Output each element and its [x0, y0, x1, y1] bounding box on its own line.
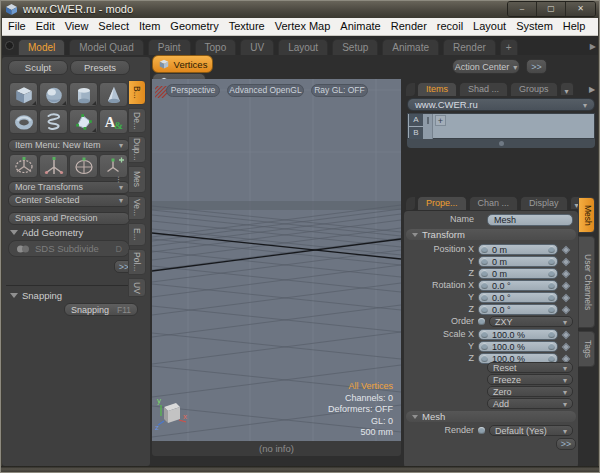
- channel-knob[interactable]: [478, 318, 485, 325]
- tool-cone-button[interactable]: [99, 82, 128, 107]
- keyframe-diamond-icon[interactable]: [562, 293, 570, 301]
- keyframe-diamond-icon[interactable]: [562, 257, 570, 265]
- sculpt-button[interactable]: Sculpt: [8, 60, 68, 75]
- mini-slider-knob[interactable]: [548, 246, 555, 253]
- item-menu-dropdown[interactable]: Item Menu: New Item: [8, 139, 130, 152]
- sds-subdivide-button[interactable]: SDS Subdivide D: [8, 240, 130, 257]
- tool-sphere-button[interactable]: [39, 82, 68, 107]
- mini-slider-knob[interactable]: [548, 343, 555, 350]
- menu-layout[interactable]: Layout: [468, 18, 511, 35]
- list-tab-shad[interactable]: Shad ...: [459, 82, 508, 96]
- mini-slider-knob[interactable]: [481, 355, 488, 362]
- menu-file[interactable]: File: [3, 18, 31, 35]
- layout-tab-blank[interactable]: +: [500, 39, 518, 55]
- menu-select[interactable]: Select: [93, 18, 134, 35]
- render-dropdown[interactable]: Default (Yes): [489, 425, 573, 436]
- menu-animate[interactable]: Animate: [335, 18, 385, 35]
- tool-torus-button[interactable]: [9, 109, 38, 134]
- keyframe-diamond-icon[interactable]: [562, 245, 570, 253]
- channel-knob[interactable]: [478, 427, 485, 434]
- mode-bar-expand-button[interactable]: >>: [526, 59, 547, 74]
- list-tab-groups[interactable]: Groups: [510, 82, 558, 96]
- add-button[interactable]: Add: [487, 398, 573, 409]
- freeze-button[interactable]: Freeze: [487, 374, 573, 385]
- prop-field-y[interactable]: 0 m: [478, 256, 558, 267]
- toolbox-vtab-pol[interactable]: Pol...: [128, 249, 146, 275]
- mini-slider-knob[interactable]: [481, 306, 488, 313]
- transform-section-header[interactable]: Transform: [406, 229, 576, 240]
- titlebar[interactable]: www.CWER.ru - modo –▢✕: [0, 0, 600, 18]
- maximize-button[interactable]: ▢: [537, 2, 566, 16]
- minimize-button[interactable]: –: [508, 2, 537, 16]
- scene-selector-dropdown[interactable]: www.CWER.ru: [407, 98, 595, 111]
- viewport-perspective-button[interactable]: Perspective: [166, 84, 220, 97]
- more-transforms-dropdown[interactable]: More Transforms: [8, 181, 130, 194]
- menu-vertex-map[interactable]: Vertex Map: [270, 18, 336, 35]
- prop-tab-prope[interactable]: Prope...: [417, 196, 467, 210]
- layout-tab-model[interactable]: Model: [18, 39, 65, 55]
- mode-tab-vertices[interactable]: Vertices: [152, 55, 213, 73]
- toolbox-vtab-dup[interactable]: Dup...: [128, 136, 146, 163]
- add-geometry-header[interactable]: Add Geometry: [10, 227, 83, 238]
- list-tab-items[interactable]: Items: [417, 82, 457, 96]
- menu-texture[interactable]: Texture: [224, 18, 270, 35]
- prop-field-scale-x[interactable]: 100.0 %: [478, 329, 558, 340]
- tool-cube-button[interactable]: [9, 82, 38, 107]
- props-vtab-user-channels[interactable]: User Channels: [578, 236, 595, 328]
- layout-tab-layout[interactable]: Layout: [278, 39, 328, 55]
- layout-tab-animate[interactable]: Animate: [382, 39, 439, 55]
- layout-tab-render[interactable]: Render: [443, 39, 496, 55]
- viewport-advanced-opengl-button[interactable]: Advanced OpenGL: [227, 84, 304, 97]
- props-vtab-mesh[interactable]: Mesh: [578, 197, 595, 233]
- menu-view[interactable]: View: [60, 18, 94, 35]
- item-list-col-b[interactable]: B: [409, 127, 423, 139]
- center-selected-dropdown[interactable]: Center Selected: [8, 194, 130, 207]
- item-list-col-a[interactable]: A: [409, 114, 423, 126]
- tool-cylinder-button[interactable]: [69, 82, 98, 107]
- toolbox-vtab-mes[interactable]: Mes ...: [128, 166, 146, 193]
- item-list-scrollbar[interactable]: [407, 139, 595, 148]
- tool-locator-circle-button[interactable]: [69, 154, 98, 178]
- menu-edit[interactable]: Edit: [31, 18, 60, 35]
- zero-button[interactable]: Zero: [487, 386, 573, 397]
- menu-recoil[interactable]: recoil: [432, 18, 468, 35]
- mini-slider-knob[interactable]: [548, 258, 555, 265]
- prop-field-y[interactable]: 0.0 °: [478, 292, 558, 303]
- reset-button[interactable]: Reset: [487, 362, 573, 373]
- keyframe-diamond-icon[interactable]: [562, 281, 570, 289]
- mini-slider-knob[interactable]: [481, 282, 488, 289]
- mini-slider-knob[interactable]: [481, 270, 488, 277]
- prop-field-position-x[interactable]: 0 m: [478, 244, 558, 255]
- mini-slider-knob[interactable]: [548, 331, 555, 338]
- action-center-dropdown[interactable]: Action Center: [452, 59, 520, 74]
- snapping-button[interactable]: Snapping F11: [64, 303, 138, 316]
- snapping-header[interactable]: Snapping: [10, 290, 62, 301]
- prop-field-z[interactable]: 0 m: [478, 268, 558, 279]
- layout-tab-paint[interactable]: Paint: [148, 39, 191, 55]
- menu-system[interactable]: System: [511, 18, 558, 35]
- menu-geometry[interactable]: Geometry: [165, 18, 223, 35]
- prop-field-rotation-x[interactable]: 0.0 °: [478, 280, 558, 291]
- prop-field-y[interactable]: 100.0 %: [478, 341, 558, 352]
- prop-tab-chan[interactable]: Chan ...: [469, 196, 519, 210]
- layout-tab-model-quad[interactable]: Model Quad: [69, 39, 143, 55]
- mini-slider-knob[interactable]: [548, 306, 555, 313]
- keyframe-diamond-icon[interactable]: [562, 330, 570, 338]
- keyframe-diamond-icon[interactable]: [562, 269, 570, 277]
- keyframe-diamond-icon[interactable]: [562, 342, 570, 350]
- tool-locator-tripod-button[interactable]: [39, 154, 68, 178]
- layout-tabs-overflow-icon[interactable]: ▶: [590, 42, 596, 51]
- keyframe-diamond-icon[interactable]: [562, 305, 570, 313]
- props-vtab-tags[interactable]: Tags: [578, 331, 595, 367]
- toolbox-vtab-de[interactable]: De...: [128, 108, 146, 133]
- mini-slider-knob[interactable]: [481, 258, 488, 265]
- mini-slider-knob[interactable]: [481, 246, 488, 253]
- layout-tab-setup[interactable]: Setup: [332, 39, 378, 55]
- properties-expand-button[interactable]: >>: [556, 438, 576, 450]
- menu-help[interactable]: Help: [558, 18, 591, 35]
- prop-field-z[interactable]: 0.0 °: [478, 304, 558, 315]
- mini-slider-knob[interactable]: [548, 282, 555, 289]
- mini-slider-knob[interactable]: [481, 294, 488, 301]
- layout-tab-uv[interactable]: UV: [240, 39, 274, 55]
- list-tab-dropdown-caret-icon[interactable]: [560, 82, 574, 96]
